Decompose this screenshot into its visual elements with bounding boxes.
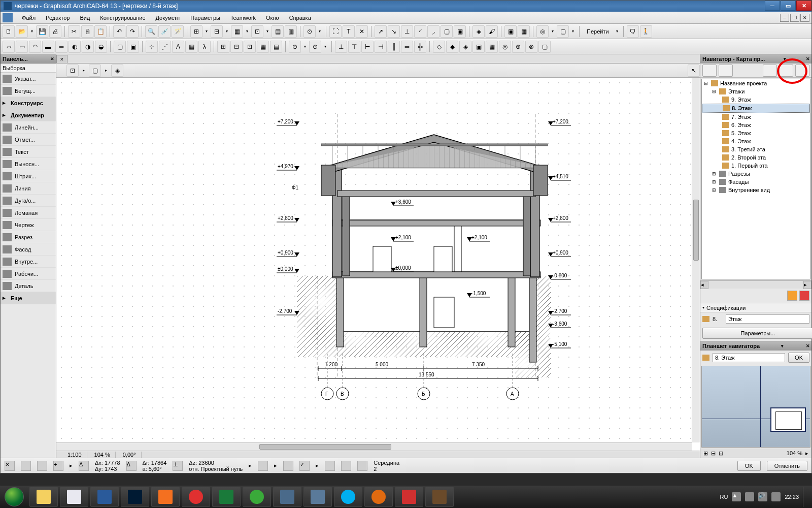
tool-item-14[interactable]: Фасад xyxy=(1,243,56,256)
tool-item-17[interactable]: Деталь xyxy=(1,280,56,292)
open-icon[interactable]: 📂 xyxy=(16,25,28,38)
status-z-icon[interactable]: ⊥ xyxy=(173,461,183,471)
status-snap-b-icon[interactable] xyxy=(283,461,293,471)
tray-volume-icon[interactable]: 🔊 xyxy=(758,492,767,501)
tb2-aj[interactable]: ⊕ xyxy=(512,41,524,53)
status-close-icon[interactable]: ✕ xyxy=(5,461,15,471)
tb2-w[interactable]: ⊥ xyxy=(335,41,347,53)
tree-floor-6[interactable]: 3. Третий эта xyxy=(702,145,810,153)
tool-item-18[interactable]: ▸Еще xyxy=(1,292,56,304)
document-tab-close[interactable]: ✕ xyxy=(56,55,67,63)
tree-floor-1[interactable]: 8. Этаж xyxy=(702,104,810,113)
tool-o[interactable]: ▢ xyxy=(441,25,453,38)
tool-item-1[interactable]: Бегущ... xyxy=(1,85,56,97)
tray-clock[interactable]: 22:23 xyxy=(785,494,799,500)
menu-document[interactable]: Документ xyxy=(151,13,186,23)
status-snap-d-icon[interactable] xyxy=(341,461,351,471)
paste-icon[interactable]: 📋 xyxy=(94,25,107,38)
tool-q[interactable]: ◈ xyxy=(472,25,485,38)
nav-tab-layout[interactable] xyxy=(763,65,777,77)
tree-scrollbar[interactable]: ◂▸ xyxy=(700,280,811,289)
tb2-s[interactable]: ▦ xyxy=(257,41,269,53)
start-button[interactable] xyxy=(0,486,28,508)
tree-project-root[interactable]: ⊟ Название проекта xyxy=(702,79,810,87)
tool-s[interactable]: ▦ xyxy=(518,25,530,38)
tb2-b[interactable]: ▭ xyxy=(16,41,28,53)
tool-l[interactable]: ⊥ xyxy=(401,25,413,38)
tb2-k[interactable]: ⊹ xyxy=(146,41,158,53)
close-button[interactable]: ✕ xyxy=(796,1,811,11)
ct-b[interactable]: ▢ xyxy=(89,65,101,77)
cursor-icon[interactable]: ↖ xyxy=(688,65,700,77)
tool-item-16[interactable]: Рабочи... xyxy=(1,268,56,280)
tb2-u[interactable]: ⊙ xyxy=(289,41,301,53)
tree-floor-4[interactable]: 5. Этаж xyxy=(702,129,810,137)
eyedropper-icon[interactable]: 💉 xyxy=(158,25,171,38)
wand-icon[interactable]: 🪄 xyxy=(172,25,184,38)
tb2-ak[interactable]: ⊗ xyxy=(525,41,537,53)
status-cancel-button[interactable]: Отменить xyxy=(767,461,807,471)
tb2-ah[interactable]: ▦ xyxy=(486,41,498,53)
brush-icon[interactable]: 🖌 xyxy=(486,25,498,38)
tool-item-10[interactable]: Дуга/о... xyxy=(1,195,56,207)
tb2-j[interactable]: ▣ xyxy=(127,41,139,53)
tool-m[interactable]: ◜ xyxy=(414,25,426,38)
copy-icon[interactable]: ⎘ xyxy=(81,25,93,38)
tool-k[interactable]: ↘ xyxy=(388,25,400,38)
tree-sections[interactable]: ⊞ Разрезы xyxy=(702,170,810,178)
tree-floors-group[interactable]: ⊟ Этажи xyxy=(702,87,810,96)
tray-lang[interactable]: RU xyxy=(720,494,728,500)
menu-construct[interactable]: Конструирование xyxy=(95,13,150,23)
tree-interior-views[interactable]: ⊞ Внутренние вид xyxy=(702,186,810,194)
print-icon[interactable]: 🖨 xyxy=(49,25,61,38)
walk-icon[interactable]: 🚶 xyxy=(640,25,652,38)
menu-params[interactable]: Параметры xyxy=(185,13,225,23)
menu-file[interactable]: Файл xyxy=(17,13,41,23)
tree-facades[interactable]: ⊞ Фасады xyxy=(702,178,810,186)
tb2-e[interactable]: ═ xyxy=(55,41,67,53)
menu-view[interactable]: Вид xyxy=(75,13,95,23)
status-ok-button[interactable]: OK xyxy=(737,461,761,471)
status-check-icon[interactable]: ✓ xyxy=(299,461,310,471)
status-snap-e-icon[interactable] xyxy=(357,461,367,471)
panel-close-icon[interactable]: ✕ xyxy=(49,55,56,62)
nav-tab-view[interactable] xyxy=(719,65,733,77)
tb2-n[interactable]: ▦ xyxy=(185,41,197,53)
tree-floor-5[interactable]: 4. Этаж xyxy=(702,137,810,145)
tool-b[interactable]: ⊟ xyxy=(211,25,223,38)
nav-tab-project[interactable] xyxy=(702,65,717,77)
navigator-dropdown-icon[interactable]: ▾ xyxy=(781,55,788,62)
task-opera[interactable] xyxy=(182,487,210,507)
nav-tab-last[interactable] xyxy=(795,65,809,77)
task-notepad[interactable] xyxy=(60,487,88,507)
tb2-ag[interactable]: ▣ xyxy=(472,41,485,53)
mdi-minimize[interactable]: ─ xyxy=(780,14,789,22)
ct-c[interactable]: ◈ xyxy=(111,65,123,77)
tb2-p[interactable]: ⊞ xyxy=(217,41,229,53)
app-menu-icon[interactable] xyxy=(3,13,13,22)
task-green[interactable] xyxy=(243,487,271,507)
tool-item-13[interactable]: Разрез xyxy=(1,231,56,243)
tool-i[interactable]: T xyxy=(343,25,355,38)
person-icon[interactable]: 🗨 xyxy=(627,25,639,38)
task-firefox[interactable] xyxy=(364,487,393,507)
tb2-f[interactable]: ◐ xyxy=(69,41,81,53)
tool-c[interactable]: ▦ xyxy=(231,25,243,38)
tool-item-2[interactable]: ▸Конструирс xyxy=(1,97,56,109)
task-explorer[interactable] xyxy=(29,487,58,507)
undo-icon[interactable]: ↶ xyxy=(113,25,125,38)
tb2-a[interactable]: ▱ xyxy=(3,41,15,53)
task-app1[interactable] xyxy=(273,487,301,507)
new-icon[interactable]: 🗋 xyxy=(3,25,15,38)
tb2-g[interactable]: ◑ xyxy=(82,41,94,53)
zoom-icon[interactable]: 🔍 xyxy=(145,25,157,38)
tb2-d[interactable]: ▬ xyxy=(42,41,54,53)
drawing-canvas[interactable]: +7,200+4,970+2,800+0,900±0,000-2,700 +7,… xyxy=(56,78,700,451)
canvas-horizontal-scrollbar[interactable] xyxy=(56,442,692,451)
ct-a[interactable]: ⊡ xyxy=(66,65,79,77)
tb2-c[interactable]: ◠ xyxy=(29,41,41,53)
tb2-r[interactable]: ⊡ xyxy=(244,41,256,53)
status-polar-icon[interactable]: Δ xyxy=(126,461,137,471)
status-plus-icon[interactable]: + xyxy=(53,461,63,471)
tool-item-12[interactable]: Чертеж xyxy=(1,219,56,231)
